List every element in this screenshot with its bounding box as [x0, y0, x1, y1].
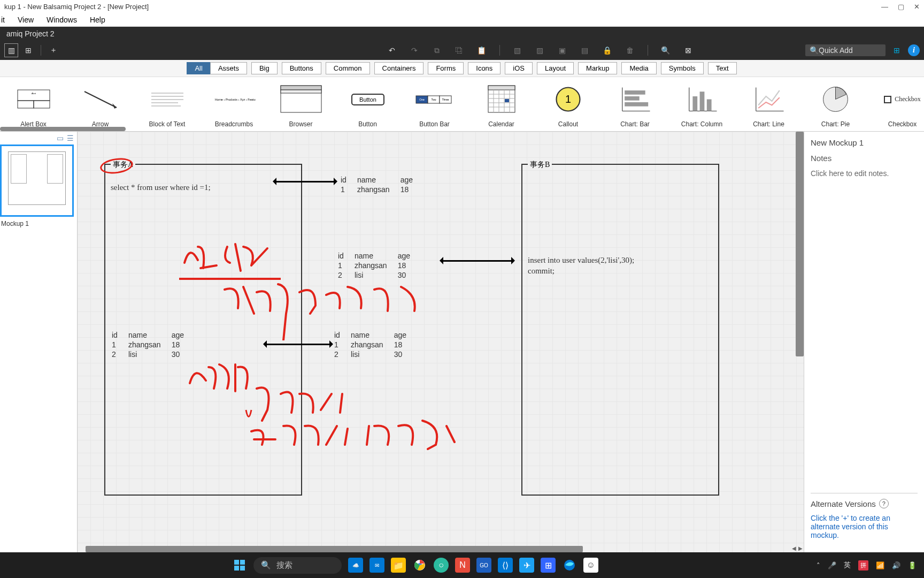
- menu-windows[interactable]: Windows: [40, 14, 83, 25]
- group-box-b[interactable]: 事务B: [521, 164, 719, 496]
- tray-volume-icon[interactable]: 🔊: [892, 561, 900, 569]
- start-button[interactable]: [232, 558, 247, 573]
- comp-chart-column[interactable]: Chart: Column: [668, 77, 735, 131]
- notes-field[interactable]: Click here to edit notes.: [811, 169, 918, 178]
- taskbar-app-1[interactable]: ○: [434, 558, 449, 573]
- table-4[interactable]: idnameage 1zhangsan18 2lisi30: [333, 330, 417, 360]
- cat-tab-markup[interactable]: Markup: [578, 62, 617, 74]
- cat-tab-common[interactable]: Common: [326, 62, 370, 74]
- taskbar-app-vscode[interactable]: ⟨⟩: [498, 558, 513, 573]
- canvas-scrollbar-horizontal[interactable]: [86, 546, 583, 552]
- taskbar-app-edge[interactable]: [562, 558, 577, 573]
- toolbar-add-icon[interactable]: ＋: [47, 43, 60, 57]
- toolbar-tiles-icon[interactable]: ⊞: [21, 43, 35, 57]
- comp-callout[interactable]: 1 Callout: [535, 77, 602, 131]
- comp-calendar[interactable]: Calendar: [468, 77, 535, 131]
- scroll-right-icon[interactable]: ▶: [797, 544, 804, 552]
- table-3[interactable]: idnameage 1zhangsan18 2lisi30: [111, 330, 195, 360]
- arrow-1[interactable]: [274, 181, 336, 182]
- canvas[interactable]: 事务A select * from user where id =1; idna…: [78, 132, 804, 552]
- cat-tab-ios[interactable]: iOS: [505, 62, 533, 74]
- front-icon[interactable]: ▣: [556, 43, 569, 57]
- maximize-button[interactable]: ▢: [898, 3, 904, 11]
- canvas-scrollbar-vertical[interactable]: [796, 132, 804, 356]
- tray-chevron-icon[interactable]: ˄: [817, 561, 820, 569]
- cat-tab-buttons[interactable]: Buttons: [282, 62, 321, 74]
- cat-tab-all[interactable]: All: [187, 62, 210, 74]
- info-icon[interactable]: i: [908, 44, 920, 56]
- menu-view[interactable]: View: [11, 14, 40, 25]
- mockup-thumbnail[interactable]: [0, 144, 74, 217]
- taskbar-app-3[interactable]: GO: [476, 558, 491, 573]
- comp-chart-line[interactable]: Chart: Line: [735, 77, 802, 131]
- cat-tab-icons[interactable]: Icons: [468, 62, 500, 74]
- cat-tab-assets[interactable]: Assets: [210, 62, 247, 74]
- undo-icon[interactable]: ↶: [385, 43, 399, 57]
- table-1[interactable]: idnameage 1zhangsan18: [340, 174, 424, 195]
- sql-b2[interactable]: commit;: [528, 267, 555, 276]
- tray-ime-1[interactable]: 英: [844, 560, 851, 570]
- paste-icon[interactable]: 📋: [475, 43, 489, 57]
- project-tab[interactable]: amiq Project 2: [0, 28, 60, 40]
- copy-icon[interactable]: ⿻: [452, 43, 466, 57]
- hide-icon[interactable]: ⊠: [681, 43, 695, 57]
- table-2[interactable]: idnameage 1zhangsan18 2lisi30: [337, 250, 421, 280]
- taskbar-app-explorer[interactable]: 📁: [391, 558, 406, 573]
- view-list-icon[interactable]: ☰: [67, 134, 74, 142]
- tray-battery-icon[interactable]: 🔋: [908, 561, 917, 569]
- taskbar-search[interactable]: 🔍 搜索: [253, 557, 342, 574]
- comp-alert-box[interactable]: Alert Alert Box: [0, 77, 67, 131]
- cat-tab-big[interactable]: Big: [251, 62, 278, 74]
- cat-tab-layout[interactable]: Layout: [537, 62, 574, 74]
- tray-ime-2[interactable]: 拼: [858, 560, 868, 571]
- redo-icon[interactable]: ↷: [407, 43, 421, 57]
- group-icon[interactable]: ▧: [511, 43, 525, 57]
- scroll-left-icon[interactable]: ◀: [791, 544, 797, 552]
- library-scrollbar[interactable]: [0, 127, 126, 131]
- help-icon[interactable]: ?: [879, 499, 889, 508]
- minimize-button[interactable]: —: [881, 3, 888, 11]
- ungroup-icon[interactable]: ▨: [533, 43, 547, 57]
- view-grid-icon[interactable]: ▭: [57, 134, 64, 142]
- menu-edit[interactable]: it: [0, 14, 11, 25]
- cat-tab-symbols[interactable]: Symbols: [661, 62, 704, 74]
- comp-arrow[interactable]: Arrow: [67, 77, 134, 131]
- comp-button-bar[interactable]: OneTwoThree Button Bar: [401, 77, 468, 131]
- quick-add-search[interactable]: 🔍 Quick Add: [805, 44, 886, 56]
- cat-tab-media[interactable]: Media: [621, 62, 656, 74]
- arrow-2[interactable]: [441, 260, 513, 262]
- taskbar-app-2[interactable]: N: [455, 558, 470, 573]
- taskbar-app-balsamiq[interactable]: ☺: [583, 558, 598, 573]
- comp-browser[interactable]: Browser: [267, 77, 334, 131]
- lock-icon[interactable]: 🔒: [600, 43, 614, 57]
- comp-chart-bar[interactable]: Chart: Bar: [602, 77, 668, 131]
- menu-help[interactable]: Help: [83, 14, 112, 25]
- mockup-name[interactable]: Mockup 1: [0, 218, 77, 230]
- comp-checkbox[interactable]: Checkbox Checkbox: [869, 77, 924, 131]
- arrow-3[interactable]: [265, 344, 332, 345]
- delete-icon[interactable]: 🗑: [623, 43, 637, 57]
- close-button[interactable]: ✕: [914, 3, 920, 11]
- comp-chart-pie[interactable]: Chart: Pie: [802, 77, 869, 131]
- taskbar-app-4[interactable]: ✈: [519, 558, 534, 573]
- sql-b1[interactable]: insert into user values(2,'lisi',30);: [528, 256, 634, 265]
- tray-mic-icon[interactable]: 🎤: [828, 561, 836, 569]
- toggle-panel-icon[interactable]: ⊞: [890, 43, 904, 57]
- tray-wifi-icon[interactable]: 📶: [876, 561, 884, 569]
- taskbar-app-weather[interactable]: ☁️: [348, 558, 363, 573]
- cat-tab-forms[interactable]: Forms: [428, 62, 464, 74]
- comp-breadcrumbs[interactable]: Home › Products › Xyz › Features Breadcr…: [201, 77, 267, 131]
- taskbar-app-5[interactable]: ⊞: [541, 558, 556, 573]
- svg-rect-43: [692, 96, 697, 111]
- taskbar-app-mail[interactable]: ✉: [369, 558, 384, 573]
- comp-block-of-text[interactable]: Block of Text: [134, 77, 201, 131]
- search-icon[interactable]: 🔍: [659, 43, 673, 57]
- toolbar-grid-icon[interactable]: ▥: [4, 43, 18, 57]
- sql-a[interactable]: select * from user where id =1;: [111, 183, 211, 192]
- comp-button[interactable]: Button Button: [334, 77, 401, 131]
- duplicate-icon[interactable]: ⧉: [430, 43, 444, 57]
- cat-tab-containers[interactable]: Containers: [374, 62, 424, 74]
- back-icon[interactable]: ▤: [578, 43, 592, 57]
- cat-tab-text[interactable]: Text: [708, 62, 737, 74]
- taskbar-app-chrome[interactable]: [412, 558, 427, 573]
